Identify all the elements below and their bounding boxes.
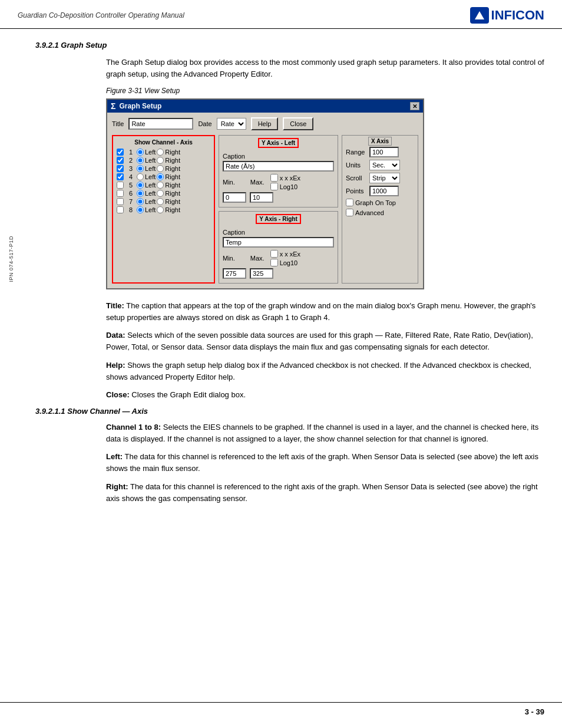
y-right-log10-checkbox[interactable] (270, 259, 278, 266)
x-range-input[interactable] (369, 147, 399, 157)
title-input[interactable] (128, 118, 193, 130)
channel-1-left-label: Left (145, 149, 156, 156)
channel1-para: Channel 1 to 8: Selects the EIES channel… (106, 421, 544, 445)
page-number: 3 - 39 (525, 707, 544, 716)
channel-5-num: 5 (125, 182, 133, 189)
channel-2-radio-group: Left Right (137, 157, 180, 164)
channel-1-checkbox[interactable] (117, 149, 124, 156)
section-heading: 3.9.2.1 Graph Setup (35, 41, 544, 50)
channel-panel-title: Show Channel - Axis (117, 139, 210, 146)
channel-7-right-radio[interactable] (157, 198, 164, 205)
channel-6-radio-group: Left Right (137, 190, 180, 197)
y-left-xxex-checkbox[interactable] (270, 174, 278, 182)
advanced-checkbox[interactable] (346, 209, 353, 216)
header-logo: INFICON (470, 7, 544, 24)
channel-5-right-radio[interactable] (157, 182, 164, 189)
logo-icon (470, 7, 489, 24)
channel-5-checkbox[interactable] (117, 182, 124, 189)
y-right-checkbox-col: x x xEx Log10 (270, 250, 300, 266)
y-right-section: Y Axis - Right Caption Min. Max. (219, 211, 338, 284)
dialog-title-text: Graph Setup (119, 102, 161, 110)
channel-6-checkbox[interactable] (117, 190, 124, 197)
y-left-caption-label: Caption (223, 153, 334, 160)
channel-3-checkbox[interactable] (117, 165, 124, 172)
y-left-log10-checkbox[interactable] (270, 183, 278, 190)
y-right-min-input[interactable] (223, 268, 246, 279)
channel-1-radio-group: Left Right (137, 149, 180, 156)
x-units-label: Units (346, 162, 367, 169)
channel-6-left-radio[interactable] (137, 190, 144, 197)
left-para: Left: The data for this channel is refer… (106, 451, 544, 475)
help-para-label: Help: (106, 361, 125, 370)
channel-6-right-radio[interactable] (157, 190, 164, 197)
side-text: IPN 074-517-P1D (8, 236, 14, 282)
graph-on-top-row: Graph On Top (346, 199, 414, 206)
channel-2-right-radio[interactable] (157, 157, 164, 164)
x-axis-title-text: X Axis (368, 137, 392, 146)
dialog-titlebar: Σ Graph Setup ✕ (107, 100, 423, 113)
dialog-body: Title Date Rate Help Close Show Chan (107, 113, 423, 288)
y-left-title: Y Axis - Left (258, 138, 299, 148)
dialog-container: Σ Graph Setup ✕ Title Date Rate (106, 98, 424, 289)
y-left-checkbox-col: x x xEx Log10 (270, 174, 300, 190)
channel-1-right-radio[interactable] (157, 149, 164, 156)
section-heading-block: 3.9.2.1 Graph Setup (35, 41, 544, 50)
dialog-titlebar-left: Σ Graph Setup (111, 101, 161, 111)
x-range-label: Range (346, 149, 367, 156)
channel-8-left-label: Left (145, 206, 156, 213)
y-right-xxex-label: x x xEx (270, 250, 300, 258)
date-select[interactable]: Rate (217, 118, 246, 130)
channel-5-radio-group: Left Right (137, 182, 180, 189)
y-right-max-input[interactable] (250, 268, 273, 279)
y-left-min-input[interactable] (223, 192, 246, 203)
close-button[interactable]: Close (283, 117, 313, 130)
channel-4-checkbox[interactable] (117, 173, 124, 180)
graph-on-top-label: Graph On Top (355, 199, 396, 206)
help-button[interactable]: Help (251, 117, 279, 130)
channel-8-right-radio[interactable] (157, 206, 164, 213)
channel-8-left-radio[interactable] (137, 206, 144, 213)
dialog-close-x-button[interactable]: ✕ (410, 102, 419, 110)
channel-row-3: 3 Left Right (117, 165, 210, 172)
x-scroll-select[interactable]: Strip (369, 173, 400, 183)
channel-7-num: 7 (125, 198, 133, 205)
channel-8-radio-group: Left Right (137, 206, 180, 213)
channel-7-left-radio[interactable] (137, 198, 144, 205)
channel-5-left-label: Left (145, 182, 156, 189)
x-points-input[interactable] (369, 186, 399, 196)
y-right-caption-input[interactable] (223, 237, 334, 248)
x-units-select[interactable]: Sec. (369, 160, 400, 170)
channel-4-left-radio[interactable] (137, 173, 144, 180)
channel-3-left-radio[interactable] (137, 165, 144, 172)
graph-on-top-checkbox[interactable] (346, 199, 353, 206)
channel-3-right-radio[interactable] (157, 165, 164, 172)
data-para-label: Data: (106, 331, 125, 340)
y-left-max-input[interactable] (250, 192, 273, 203)
channel-5-left-radio[interactable] (137, 182, 144, 189)
y-right-minmax-row: Min. Max. x x xEx (223, 250, 334, 266)
y-left-minmax-row: Min. Max. x x xEx (223, 174, 334, 190)
channel-2-num: 2 (125, 157, 133, 164)
y-right-max-label: Max. (250, 255, 265, 262)
channel-panel: Show Channel - Axis 1 Left Right (112, 135, 215, 284)
channel-2-checkbox[interactable] (117, 157, 124, 164)
title-para: Title: The caption that appears at the t… (106, 300, 544, 324)
channel-1-left-radio[interactable] (137, 149, 144, 156)
y-left-caption-input[interactable] (223, 161, 334, 172)
y-left-xxex-label: x x xEx (270, 174, 300, 182)
channel-4-right-radio[interactable] (157, 173, 164, 180)
channel-7-checkbox[interactable] (117, 198, 124, 205)
channel-8-checkbox[interactable] (117, 206, 124, 213)
y-right-xxex-checkbox[interactable] (270, 250, 278, 258)
channel-2-left-radio[interactable] (137, 157, 144, 164)
x-axis-panel: X Axis Range Units Sec. (342, 135, 418, 284)
svg-marker-0 (475, 11, 484, 19)
title-para-label: Title: (106, 301, 124, 310)
header-title: Guardian Co-Deposition Controller Operat… (18, 11, 184, 19)
advanced-row: Advanced (346, 209, 414, 216)
channel-3-radio-group: Left Right (137, 165, 180, 172)
channel-row-5: 5 Left Right (117, 182, 210, 189)
logo-text: INFICON (491, 8, 544, 23)
y-left-min-label: Min. (223, 179, 235, 186)
channel1-para-label: Channel 1 to 8: (106, 423, 161, 431)
